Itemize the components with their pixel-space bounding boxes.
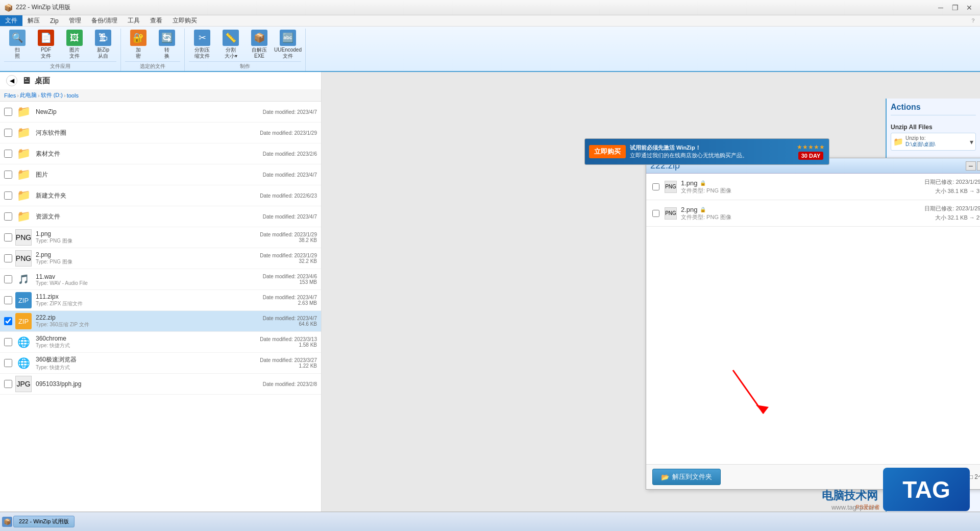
menu-view[interactable]: 查看 [145, 15, 167, 26]
split-size-label: 分割大小▾ [225, 47, 237, 59]
file-item-222zip[interactable]: ZIP 222.zip Type: 360压缩 ZIP 文件 Date modi… [0, 311, 321, 332]
zip-restore-button[interactable]: □ [977, 161, 980, 171]
close-button[interactable]: ✕ [963, 3, 976, 13]
breadcrumb-files[interactable]: Files [4, 92, 16, 99]
ribbon-split-file[interactable]: ✂ 分割压缩文件 [189, 29, 215, 60]
file-checkbox-tupian[interactable] [4, 171, 12, 179]
menu-zip[interactable]: Zip [45, 16, 64, 26]
taskbar: 📦 222 - WinZip 试用版 [0, 512, 980, 531]
title-bar-left: 📦 222 - WinZip 试用版 [4, 3, 70, 12]
unzip-to-label: Unzip to: [905, 135, 968, 141]
file-item-zipx[interactable]: ZIP 111.zipx Type: ZIPX 压缩文件 Date modifi… [0, 290, 321, 311]
file-item-2png[interactable]: PNG 2.png Type: PNG 图像 Date modified: 20… [0, 248, 321, 269]
minimize-button[interactable]: ─ [934, 3, 947, 13]
folder-icon-tupian: 📁 [15, 166, 32, 183]
image-label: 图片文件 [69, 47, 80, 59]
ad-badge: 30 DAY [798, 152, 824, 160]
file-checkbox-wav[interactable] [4, 275, 12, 283]
menu-buy[interactable]: 立即购买 [167, 15, 202, 26]
ad-text2: 立即通过我们的在线商店放心无忧地购买产品。 [630, 152, 793, 159]
file-item-jpg[interactable]: JPG 0951033/pph.jpg Date modified: 2023/… [0, 374, 321, 395]
file-checkbox-222zip[interactable] [4, 317, 12, 325]
menu-backup[interactable]: 备份/清理 [86, 15, 122, 26]
zip-checkbox-2[interactable] [652, 210, 659, 217]
file-checkbox-newzip[interactable] [4, 108, 12, 116]
back-button[interactable]: ◀ [6, 75, 17, 86]
zip-file-date-2: 日期已修改: 2023/1/29 13:21 [924, 204, 980, 213]
folder-icon-xinjian: 📁 [15, 187, 32, 204]
file-item-newzip[interactable]: 📁 NewZip Date modified: 2023/4/7 [0, 102, 321, 123]
lock-icon-2: 🔒 [700, 207, 706, 212]
file-checkbox-chrome[interactable] [4, 338, 12, 346]
ad-buy-button[interactable]: 立即购买 [589, 145, 626, 158]
ribbon-image[interactable]: 🖼 图片文件 [61, 29, 88, 60]
folder-icon-hedong: 📁 [15, 125, 32, 141]
file-checkbox-xinjian[interactable] [4, 191, 12, 200]
menu-tools[interactable]: 工具 [122, 15, 145, 26]
file-checkbox-hedong[interactable] [4, 129, 12, 137]
file-checkbox-sucai[interactable] [4, 150, 12, 158]
file-item-360browser[interactable]: 🌐 360极速浏览器 Type: 快捷方式 Date modified: 202… [0, 353, 321, 374]
taskbar-app-button[interactable]: 222 - WinZip 试用版 [13, 516, 75, 527]
zip-icon-222: ZIP [15, 313, 32, 329]
ad-text1: 试用前必须先激活 WinZip！ [630, 144, 793, 152]
file-item-xinjian[interactable]: 📁 新建文件夹 Date modified: 2022/6/23 [0, 185, 321, 206]
file-item-sucai[interactable]: 📁 素材文件 Date modified: 2023/2/6 [0, 143, 321, 164]
ribbon-encrypt[interactable]: 🔐 加密 [125, 29, 152, 60]
file-checkbox-2png[interactable] [4, 254, 12, 262]
ribbon-convert[interactable]: 🔄 转换 [154, 29, 180, 60]
zip-checkbox-1[interactable] [652, 183, 659, 190]
zip-file-size-2: 大小 32.1 KB → 29.2 KB [924, 213, 980, 223]
menu-manage[interactable]: 管理 [64, 15, 86, 26]
zip-file-icon-1: PNG [665, 181, 677, 193]
file-checkbox-zipx[interactable] [4, 296, 12, 304]
file-item-chrome[interactable]: 🌐 360chrome Type: 快捷方式 Date modified: 20… [0, 332, 321, 353]
ribbon-split-size[interactable]: 📏 分割大小▾ [217, 29, 244, 60]
uuencode-icon: 🔤 [280, 30, 296, 46]
taskbar-icon[interactable]: 📦 [2, 517, 12, 527]
ribbon-self-extract[interactable]: 📦 自解压EXE [246, 29, 273, 60]
zip-minimize-button[interactable]: ─ [966, 161, 976, 171]
file-checkbox-1png[interactable] [4, 233, 12, 242]
zip-file-item-2[interactable]: PNG 2.png 🔒 文件类型: PNG 图像 日期已修改: 2023/1/2… [646, 200, 980, 227]
jpg-icon: JPG [15, 376, 32, 392]
zip-file-list: PNG 1.png 🔒 文件类型: PNG 图像 日期已修改: 2023/1/2… [646, 174, 980, 464]
folder-icon-ziyuan: 📁 [15, 208, 32, 225]
browser-icon: 🌐 [15, 355, 32, 371]
actions-title: Actions [891, 103, 976, 115]
ribbon-group-label-file: 文件应用 [4, 61, 116, 71]
ribbon-newzip[interactable]: 🗜 新Zip从自 [90, 29, 116, 60]
newzip-icon: 🗜 [95, 30, 111, 46]
unzip-to-folder-button[interactable]: 📂 解压到文件夹 [652, 469, 721, 485]
uuencode-label: UUEncoded文件 [274, 47, 302, 59]
menu-file[interactable]: 文件 [0, 15, 22, 26]
pdf-label: PDF文件 [41, 47, 51, 59]
zip-panel: 222.zip ─ □ ✕ PNG 1.png 🔒 [646, 158, 980, 490]
ribbon-scan[interactable]: 🔍 扫照 [4, 29, 31, 60]
file-item-hedong[interactable]: 📁 河东软件圈 Date modified: 2023/1/29 [0, 123, 321, 143]
restore-button[interactable]: ❐ [948, 3, 962, 13]
menu-unzip[interactable]: 解压 [22, 15, 45, 26]
zip-file-item-1[interactable]: PNG 1.png 🔒 文件类型: PNG 图像 日期已修改: 2023/1/2… [646, 174, 980, 200]
zipx-icon: ZIP [15, 292, 32, 308]
lock-icon-1: 🔒 [700, 180, 706, 186]
file-item-ziyuan[interactable]: 📁 资源文件 Date modified: 2023/4/7 [0, 206, 321, 227]
breadcrumb-tools[interactable]: tools [67, 92, 79, 99]
scan-label: 扫照 [15, 47, 20, 59]
ribbon-pdf[interactable]: 📄 PDF文件 [33, 29, 59, 60]
file-checkbox-jpg[interactable] [4, 380, 12, 388]
folder-title: 桌面 [35, 76, 50, 86]
file-item-wav[interactable]: 🎵 11.wav Type: WAV - Audio File Date mod… [0, 269, 321, 290]
unzip-to-row: 📁 Unzip to: D:\桌面\桌面\ ▾ [891, 133, 976, 151]
unzip-to-dropdown-button[interactable]: ▾ [970, 138, 973, 146]
encrypt-label: 加密 [136, 47, 141, 59]
file-checkbox-360browser[interactable] [4, 359, 12, 367]
breadcrumb-computer[interactable]: 此电脑 [20, 91, 37, 99]
ribbon-uuencode[interactable]: 🔤 UUEncoded文件 [275, 29, 301, 60]
file-item-1png[interactable]: PNG 1.png Type: PNG 图像 Date modified: 20… [0, 227, 321, 248]
unzip-all-section-title: Unzip All Files [891, 124, 976, 131]
file-item-tupian[interactable]: 📁 图片 Date modified: 2023/4/7 [0, 164, 321, 185]
breadcrumb-drive[interactable]: 软件 (D:) [41, 91, 63, 99]
self-extract-label: 自解压EXE [252, 47, 267, 59]
file-checkbox-ziyuan[interactable] [4, 212, 12, 221]
